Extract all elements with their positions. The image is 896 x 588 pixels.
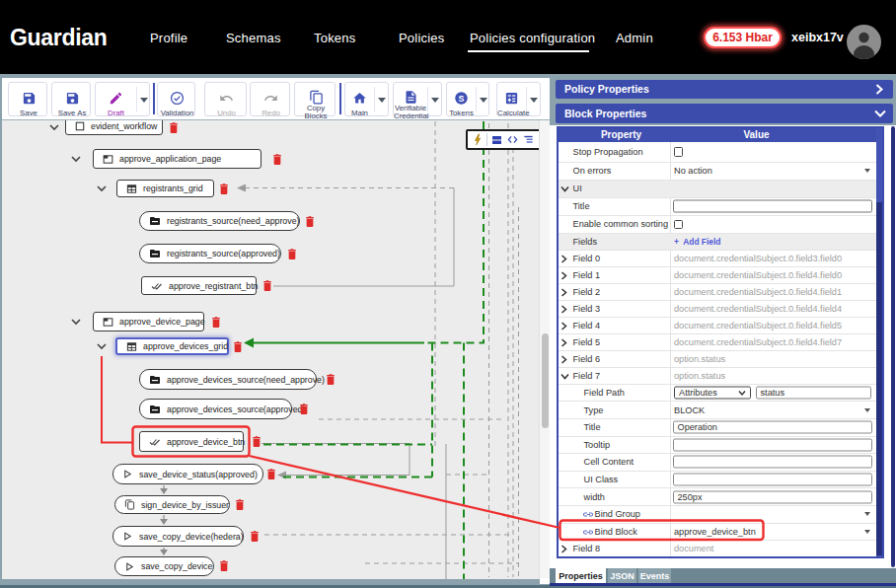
svg-text:S: S: [459, 94, 465, 104]
